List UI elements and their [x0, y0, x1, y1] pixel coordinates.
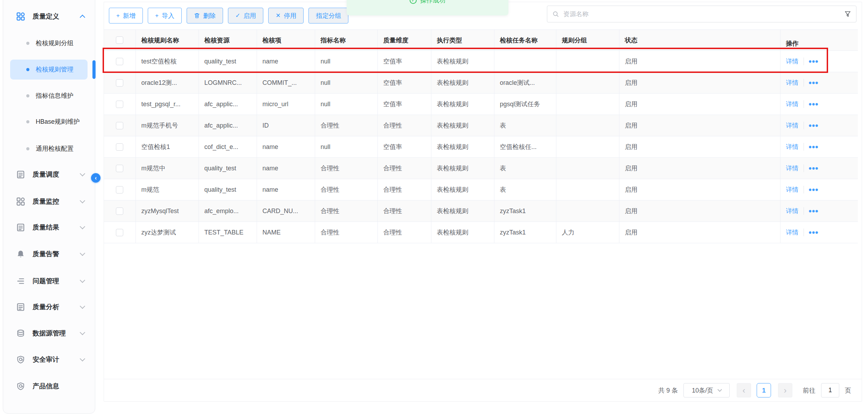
- cell-task-name: 表: [494, 115, 556, 136]
- goto-label: 前往: [803, 386, 815, 395]
- next-page-button[interactable]: ›: [778, 383, 792, 397]
- cell-indicator: null: [315, 94, 377, 115]
- chevron-down-icon: [80, 171, 85, 177]
- cell-indicator: null: [315, 51, 377, 72]
- action-divider: [804, 207, 804, 215]
- sidebar-item-product-info[interactable]: 产品信息: [3, 376, 95, 396]
- table-row[interactable]: m规范 quality_test name 合理性 合理性 表检核规则 表 启用…: [104, 179, 858, 200]
- row-checkbox[interactable]: [116, 58, 123, 65]
- chevron-down-icon: [80, 278, 85, 283]
- toolbar: + 新增 + 导入 删除 ✓ 启用 ✕ 停用 指定分组: [109, 8, 348, 23]
- main-content: + 新增 + 导入 删除 ✓ 启用 ✕ 停用 指定分组: [104, 2, 862, 402]
- success-check-icon: ✓: [410, 0, 417, 4]
- detail-link[interactable]: 详情: [786, 57, 799, 66]
- sidebar-item-quality-schedule[interactable]: 质量调度: [3, 165, 95, 184]
- row-checkbox[interactable]: [116, 122, 123, 129]
- sidebar-collapse-button[interactable]: ‹: [91, 173, 100, 183]
- cell-rule-name: zyz达梦测试: [136, 222, 199, 243]
- cell-rule-name: m规范手机号: [136, 115, 199, 136]
- sidebar-item-label: 质量结果: [33, 223, 59, 232]
- sidebar-item-general-check-config[interactable]: 通用检核配置: [3, 139, 95, 158]
- row-checkbox[interactable]: [116, 101, 123, 108]
- search-input[interactable]: [563, 11, 840, 18]
- detail-link[interactable]: 详情: [786, 100, 799, 108]
- action-divider: [804, 164, 804, 172]
- detail-link[interactable]: 详情: [786, 143, 799, 151]
- prev-page-button[interactable]: ‹: [737, 383, 751, 397]
- table-row[interactable]: m规范中 quality_test name 合理性 合理性 表检核规则 表 启…: [104, 158, 858, 179]
- sidebar-item-rule-management[interactable]: 检核规则管理: [3, 60, 95, 79]
- plus-icon: +: [116, 13, 120, 19]
- sidebar-item-indicator-maintenance[interactable]: 指标信息维护: [3, 86, 95, 106]
- cell-status: 启用: [619, 158, 780, 179]
- cell-exec-type: 表检核规则: [431, 222, 494, 243]
- sidebar-item-security-audit[interactable]: 安全审计: [3, 350, 95, 369]
- page-size-select[interactable]: 10条/页: [683, 383, 730, 397]
- cell-task-name: 表: [494, 179, 556, 200]
- sidebar-item-hbase-rule[interactable]: HBase规则维护: [3, 112, 95, 131]
- cell-status: 启用: [619, 51, 780, 72]
- filter-funnel-icon[interactable]: [844, 11, 851, 18]
- cell-resource: quality_test: [199, 158, 257, 179]
- cell-exec-type: 表检核规则: [431, 179, 494, 200]
- row-checkbox[interactable]: [116, 143, 123, 151]
- sidebar-item-label: 产品信息: [33, 382, 59, 391]
- table-row[interactable]: zyz达梦测试 TEST_TABLE NAME 合理性 合理性 表检核规则 zy…: [104, 222, 858, 243]
- detail-link[interactable]: 详情: [786, 164, 799, 172]
- sidebar-item-quality-alert[interactable]: 质量告警: [3, 244, 95, 264]
- table-row[interactable]: m规范手机号 afc_applic... ID 合理性 合理性 表检核规则 表 …: [104, 115, 858, 136]
- trash-icon: [194, 13, 200, 19]
- cell-task-name: [494, 51, 556, 72]
- detail-link[interactable]: 详情: [786, 79, 799, 87]
- sidebar-item-issue-management[interactable]: 问题管理: [3, 271, 95, 291]
- select-all-checkbox[interactable]: [116, 36, 123, 44]
- document-icon: [16, 223, 25, 232]
- sidebar-item-label: 质量调度: [33, 170, 59, 179]
- add-button[interactable]: + 新增: [109, 8, 143, 23]
- cell-status: 启用: [619, 72, 780, 94]
- row-checkbox[interactable]: [116, 165, 123, 172]
- sidebar-item-rule-group[interactable]: 检核规则分组: [3, 33, 95, 53]
- sidebar-item-quality-definition[interactable]: 质量定义: [3, 7, 95, 26]
- column-header: 检核任务名称: [494, 30, 556, 51]
- cell-resource: cof_dict_e...: [199, 136, 257, 158]
- goto-page-input[interactable]: [821, 383, 839, 397]
- table-row[interactable]: zyzMysqlTest afc_emplo... CARD_NU... 合理性…: [104, 200, 858, 222]
- column-header: 质量维度: [377, 30, 431, 51]
- align-lines-icon: [16, 277, 25, 285]
- grid-icon: [16, 12, 25, 21]
- sidebar-item-datasource-management[interactable]: 数据源管理: [3, 324, 95, 343]
- disable-button-label: 停用: [284, 12, 296, 20]
- page-number-button[interactable]: 1: [757, 383, 771, 397]
- detail-link[interactable]: 详情: [786, 228, 799, 237]
- cell-rule-group: [556, 136, 619, 158]
- cell-rule-name: zyzMysqlTest: [136, 200, 199, 222]
- delete-button[interactable]: 删除: [187, 8, 223, 23]
- disable-button[interactable]: ✕ 停用: [268, 8, 304, 23]
- import-button[interactable]: + 导入: [148, 8, 182, 23]
- bullet-dot-icon: [26, 42, 29, 45]
- sidebar-item-quality-monitor[interactable]: 质量监控: [3, 192, 95, 211]
- table-row[interactable]: test空值检核 quality_test name null 空值率 表检核规…: [104, 51, 858, 72]
- sidebar-item-quality-analysis[interactable]: 质量分析: [3, 297, 95, 317]
- table-body: test空值检核 quality_test name null 空值率 表检核规…: [104, 51, 858, 243]
- assign-group-button[interactable]: 指定分组: [308, 8, 348, 23]
- row-checkbox[interactable]: [116, 79, 123, 87]
- table-row[interactable]: 空值检核1 cof_dict_e... name null 空值率 表检核规则 …: [104, 136, 858, 158]
- detail-link[interactable]: 详情: [786, 185, 799, 194]
- cell-resource: afc_emplo...: [199, 200, 257, 222]
- detail-link[interactable]: 详情: [786, 207, 799, 215]
- row-checkbox[interactable]: [116, 186, 123, 193]
- sidebar-item-quality-result[interactable]: 质量结果: [3, 218, 95, 237]
- enable-button[interactable]: ✓ 启用: [228, 8, 263, 23]
- detail-link[interactable]: 详情: [786, 121, 799, 130]
- shield-at-icon: [16, 382, 25, 390]
- row-checkbox[interactable]: [116, 208, 123, 215]
- row-checkbox[interactable]: [116, 229, 123, 236]
- cell-dimension: 合理性: [377, 158, 431, 179]
- bell-icon: [16, 250, 25, 258]
- cell-check-item: name: [257, 51, 315, 72]
- total-count: 共 9 条: [658, 386, 678, 395]
- table-row[interactable]: oracle12测... LOGMNRC... COMMIT_... null …: [104, 72, 858, 94]
- table-row[interactable]: test_pgsql_r... afc_applic... micro_url …: [104, 94, 858, 115]
